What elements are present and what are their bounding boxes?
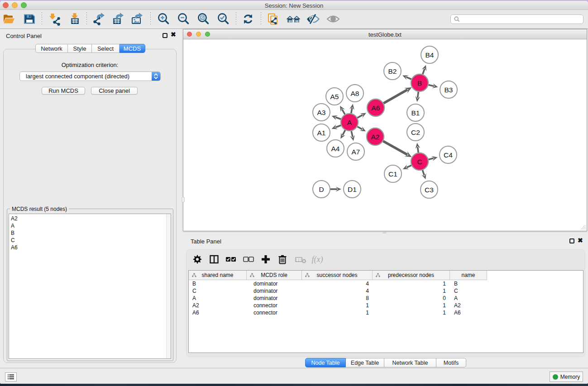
graph-node-D[interactable]: D [313,181,330,198]
zoom-selected-icon[interactable] [216,12,230,26]
export-network-icon[interactable] [92,12,106,26]
columns-icon[interactable] [208,253,220,265]
network-canvas[interactable]: B4 B2 B B3 A8 A5 A6 A3 B1 A A1 C2 A2 [183,40,587,231]
memory-button[interactable]: Memory [550,372,583,382]
task-list-icon [8,374,14,380]
hide-eye-icon[interactable] [306,12,320,26]
mcds-result-item[interactable]: A2 [9,215,171,222]
column-header-name[interactable]: name [450,271,487,280]
table-tab-motifs[interactable]: Motifs [436,358,466,367]
network-view-window: testGlobe.txt B4 B2 B B3 A8 A5 A6 A3 B1 … [183,29,587,231]
table-row[interactable]: A6connector11A6 [189,309,583,316]
graph-node-label: A7 [352,148,360,156]
table-cell: 8 [302,295,373,301]
zoom-fit-icon[interactable] [196,12,210,26]
control-tab-network[interactable]: Network [35,44,68,53]
table-tab-network-table[interactable]: Network Table [384,358,436,367]
graph-node-C[interactable]: C [411,153,428,170]
table-cell: dominator [247,288,302,294]
import-network-icon[interactable] [48,12,62,26]
delete-icon[interactable] [276,253,289,265]
table-cell: 0 [373,295,450,301]
search-input[interactable] [460,15,583,23]
window-resize-grip[interactable] [581,225,586,230]
graph-node-A7[interactable]: A7 [347,143,364,160]
graph-node-label: A5 [330,93,339,100]
graph-node-A1[interactable]: A1 [313,124,330,141]
mcds-result-item[interactable]: A [9,222,171,229]
graph-node-label: A [347,119,352,126]
graph-node-label: C3 [425,186,434,194]
export-table-icon[interactable] [111,12,125,26]
gear-icon[interactable] [191,253,204,265]
mcds-result-scrollbar[interactable] [166,214,171,358]
graph-node-D1[interactable]: D1 [344,181,361,198]
table-panel-float-icon[interactable] [569,238,574,243]
control-panel-float-icon[interactable] [163,33,167,38]
column-type-icon [192,273,196,277]
duplicate-network-icon[interactable] [266,12,281,26]
network-window-left-handle[interactable] [182,197,185,202]
export-image-icon[interactable] [130,12,144,26]
control-tab-select[interactable]: Select [92,44,120,53]
graph-node-A3[interactable]: A3 [313,104,330,121]
table-row[interactable]: A2connector11A2 [189,302,583,309]
graph-node-A5[interactable]: A5 [326,88,343,105]
graph-node-C1[interactable]: C1 [384,165,402,182]
open-file-icon[interactable] [2,12,16,26]
add-icon[interactable] [259,253,272,265]
graph-node-A6[interactable]: A6 [367,99,384,116]
column-header-predecessor-nodes[interactable]: predecessor nodes [373,271,450,280]
splitter-handle[interactable] [382,232,387,234]
criterion-dropdown[interactable]: largest connected component (directed) [19,71,161,81]
graph-node-B1[interactable]: B1 [407,104,424,121]
graph-node-A2[interactable]: A2 [367,128,384,145]
column-header-MCDS-role[interactable]: MCDS role [247,271,302,280]
control-panel-close-icon[interactable]: ✖ [171,32,176,37]
mcds-result-item[interactable]: C [9,237,171,244]
graph-node-B3[interactable]: B3 [440,81,457,98]
task-history-button[interactable] [5,372,17,381]
table-row[interactable]: Cdominator41C [189,287,583,295]
control-tab-style[interactable]: Style [68,44,92,53]
refresh-icon[interactable] [241,12,255,26]
graph-node-C3[interactable]: C3 [421,181,438,198]
run-mcds-button[interactable]: Run MCDS [42,87,85,95]
zoom-out-icon[interactable] [176,12,191,26]
import-table-icon[interactable] [67,12,82,26]
save-session-icon[interactable] [22,12,37,26]
table-row[interactable]: Adominator80A [189,295,583,302]
table-cell: connector [247,310,302,316]
unchecked-boxes-icon[interactable] [242,253,255,265]
home-icon[interactable] [286,12,301,26]
checked-boxes-icon[interactable] [225,253,237,265]
column-header-successor-nodes[interactable]: successor nodes [302,271,373,280]
table-tab-node-table[interactable]: Node Table [305,358,346,367]
table-row[interactable]: Bdominator41B [189,280,583,287]
table-cell: 1 [302,310,373,316]
graph-node-C2[interactable]: C2 [407,124,424,141]
zoom-in-icon[interactable] [156,12,171,26]
graph-node-label: A4 [331,145,340,152]
graph-node-A[interactable]: A [341,114,358,131]
mcds-result-list[interactable]: A2ABCA6 [9,214,171,359]
graph-node-label: B1 [411,109,420,117]
close-panel-button[interactable]: Close panel [91,87,138,95]
graph-node-A8[interactable]: A8 [346,85,363,102]
show-eye-icon[interactable] [326,12,340,26]
table-cell: B [189,281,247,287]
mcds-result-item[interactable]: B [9,229,171,237]
mcds-result-item[interactable]: A6 [9,244,171,251]
table-panel-close-icon[interactable]: ✖ [578,238,583,243]
graph-node-B2[interactable]: B2 [384,62,401,80]
graph-node-label: A1 [317,129,326,137]
graph-node-C4[interactable]: C4 [440,146,457,163]
search-icon [454,16,460,22]
column-header-shared-name[interactable]: shared name [189,271,247,280]
control-tab-mcds[interactable]: MCDS [120,44,145,53]
table-tab-edge-table[interactable]: Edge Table [346,358,384,367]
graph-node-A4[interactable]: A4 [327,140,344,157]
graph-node-B4[interactable]: B4 [421,46,438,63]
graph-node-B[interactable]: B [411,74,428,91]
graph-node-label: C2 [411,129,420,136]
